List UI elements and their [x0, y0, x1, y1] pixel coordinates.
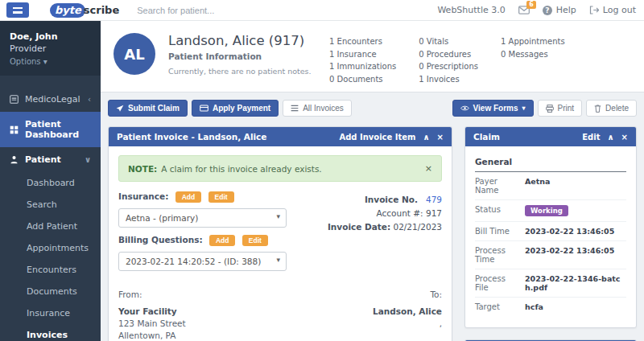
to-label: To: — [373, 289, 442, 301]
stat-vitals[interactable]: 0 Vitals — [419, 35, 478, 48]
add-invoice-item-button[interactable]: Add Invoice Item — [339, 133, 415, 142]
insurance-label: Insurance: — [118, 191, 168, 201]
trash-icon — [594, 105, 601, 113]
billing-questions-edit-button[interactable]: Edit — [242, 235, 268, 246]
to-block: To: Landson, Alice , — [373, 289, 442, 341]
patient-notes: Currently, there are no patient notes. — [168, 67, 329, 76]
stat-procedures[interactable]: 0 Procedures — [419, 48, 478, 61]
help-button[interactable]: ? Help — [543, 5, 576, 15]
sidebar-item-medicolegal[interactable]: MedicoLegal ‹ — [0, 87, 101, 112]
account-value: 917 — [426, 208, 442, 218]
main-content: AL Landson, Alice (917) Patient Informat… — [101, 21, 644, 341]
sidebar-user-role: Provider — [10, 43, 91, 54]
claim-field-target: Target hcfa — [475, 298, 626, 316]
insurance-add-button[interactable]: Add — [175, 191, 202, 203]
sidebar-item-dashboard[interactable]: Dashboard — [0, 172, 101, 194]
person-icon — [10, 155, 19, 164]
sidebar-options-dropdown[interactable]: Options ▾ — [10, 57, 91, 66]
stat-messages[interactable]: 0 Messages — [501, 48, 565, 61]
note-close-icon[interactable]: × — [425, 163, 432, 174]
apply-payment-button[interactable]: Apply Payment — [192, 100, 279, 117]
sidebar-item-label: Add Patient — [27, 221, 77, 232]
collapse-icon[interactable]: ∧ — [607, 133, 613, 142]
paper-plane-icon — [116, 105, 124, 113]
claim-panel-header: Claim Edit ∧ × — [465, 127, 636, 146]
app-logo[interactable]: bytescribe — [50, 3, 119, 18]
logout-label: Log out — [603, 5, 636, 15]
billing-question-select[interactable]: 2023-02-21 14:20:52 - (ID: 388) — [118, 252, 287, 271]
from-address1: 123 Main Street — [118, 318, 186, 330]
search-input[interactable] — [137, 6, 306, 15]
help-label: Help — [556, 5, 576, 15]
medicolegal-icon — [10, 95, 19, 104]
menu-toggle-button[interactable] — [6, 2, 29, 18]
stat-insurance[interactable]: 1 Insurance — [329, 48, 396, 61]
logo-byte: byte — [50, 3, 85, 18]
print-button[interactable]: Print — [538, 100, 583, 117]
to-address: , — [373, 318, 442, 330]
delete-button[interactable]: Delete — [586, 100, 637, 117]
page-title: Landson, Alice (917) — [168, 33, 329, 48]
stat-appointments[interactable]: 1 Appointments — [501, 35, 565, 48]
sidebar-item-appointments[interactable]: Appointments — [0, 237, 101, 259]
sidebar-item-patient-dashboard[interactable]: Patient Dashboard — [0, 112, 101, 147]
claim-field-status: Status Working — [475, 200, 626, 222]
caret-down-icon: ▾ — [522, 105, 526, 112]
close-icon[interactable]: × — [621, 133, 628, 142]
billing-questions-add-button[interactable]: Add — [209, 235, 236, 246]
sidebar-item-search[interactable]: Search — [0, 194, 101, 216]
avatar: AL — [114, 33, 155, 75]
hamburger-icon — [13, 7, 23, 14]
payment-icon — [200, 105, 208, 112]
view-forms-button[interactable]: View Forms ▾ — [452, 100, 534, 117]
stat-documents[interactable]: 0 Documents — [329, 73, 396, 86]
invoice-date-label: Invoice Date: — [328, 222, 390, 232]
collapse-icon[interactable]: ∧ — [423, 133, 429, 142]
billing-questions-label: Billing Questions: — [118, 235, 203, 244]
sidebar-item-label: Patient Dashboard — [25, 119, 91, 140]
submit-claim-button[interactable]: Submit Claim — [108, 100, 188, 117]
stat-prescriptions[interactable]: 0 Prescriptions — [419, 60, 478, 73]
all-invoices-button[interactable]: All Invoices — [283, 100, 352, 117]
sidebar-item-documents[interactable]: Documents — [0, 281, 101, 302]
note-text: A claim for this invoice already exists. — [161, 164, 321, 174]
topbar: bytescribe WebShuttle 3.0 6 ? Help Log o… — [0, 0, 644, 21]
sidebar-item-invoices[interactable]: Invoices — [0, 324, 101, 341]
claim-field-payer: Payer Name Aetna — [475, 172, 626, 200]
sidebar-item-encounters[interactable]: Encounters — [0, 259, 101, 281]
messages-button[interactable]: 6 — [518, 6, 530, 14]
patient-invoice-panel-header: Patient Invoice - Landson, Alice Add Inv… — [109, 127, 452, 146]
sidebar-item-patient[interactable]: Patient ∨ — [0, 147, 101, 172]
stat-immunizations[interactable]: 1 Immunizations — [329, 60, 396, 73]
app-version: WebShuttle 3.0 — [437, 5, 505, 15]
chevron-down-icon: ∨ — [85, 155, 91, 164]
note-label: NOTE: — [128, 164, 157, 174]
invoice-no-link[interactable]: 479 — [426, 195, 442, 204]
list-icon — [291, 105, 299, 112]
sidebar-item-label: Encounters — [27, 265, 76, 275]
from-label: From: — [118, 289, 186, 301]
grid-icon — [10, 125, 19, 134]
logout-button[interactable]: Log out — [589, 5, 636, 15]
close-icon[interactable]: × — [437, 133, 444, 142]
sidebar-nav: MedicoLegal ‹ Patient Dashboard Patient … — [0, 76, 101, 341]
right-column: Claim Edit ∧ × General Payer Name Aetna — [464, 126, 637, 341]
sidebar-item-label: Documents — [27, 286, 77, 297]
patient-header: AL Landson, Alice (917) Patient Informat… — [101, 21, 644, 92]
from-name: Your Facility — [118, 306, 186, 318]
sidebar-user-name: Doe, John — [10, 31, 91, 42]
patient-subtitle: Patient Information — [168, 51, 329, 61]
sidebar-item-label: Patient — [25, 154, 61, 165]
to-name: Landson, Alice — [373, 306, 442, 318]
stat-invoices[interactable]: 1 Invoices — [419, 73, 478, 86]
insurance-select[interactable]: Aetna - (primary) — [118, 208, 287, 228]
sidebar-item-label: Invoices — [27, 330, 68, 340]
toolbar: Submit Claim Apply Payment All Invoices … — [101, 92, 644, 123]
insurance-edit-button[interactable]: Edit — [208, 191, 234, 203]
stat-encounters[interactable]: 1 Encounters — [329, 35, 396, 48]
help-icon: ? — [543, 6, 552, 15]
sidebar-item-add-patient[interactable]: Add Patient — [0, 216, 101, 237]
sidebar-item-label: Dashboard — [27, 178, 75, 188]
claim-edit-button[interactable]: Edit — [582, 133, 600, 142]
sidebar-item-insurance[interactable]: Insurance — [0, 302, 101, 324]
